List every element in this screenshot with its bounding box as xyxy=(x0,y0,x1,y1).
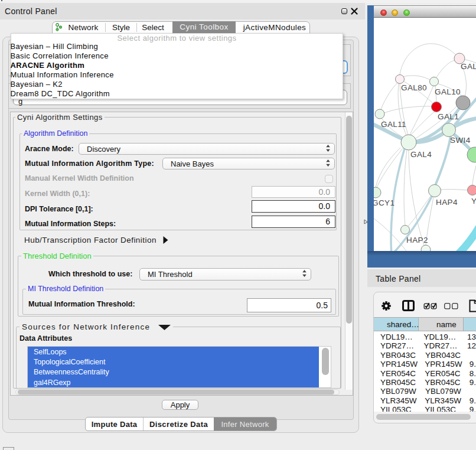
svg-text:HAP2: HAP2 xyxy=(406,236,428,244)
svg-text:SWI4: SWI4 xyxy=(450,136,471,145)
svg-text:GCY1: GCY1 xyxy=(374,198,395,207)
svg-text:GAL80: GAL80 xyxy=(401,83,427,92)
svg-text:GAL1: GAL1 xyxy=(438,112,459,121)
svg-text:GAL: GAL xyxy=(461,62,476,71)
svg-text:GAL10: GAL10 xyxy=(435,87,461,96)
svg-text:Y: Y xyxy=(471,197,476,206)
svg-text:HAP4: HAP4 xyxy=(436,198,458,207)
svg-text:GAL4: GAL4 xyxy=(410,150,432,159)
svg-text:GAL11: GAL11 xyxy=(381,120,406,129)
